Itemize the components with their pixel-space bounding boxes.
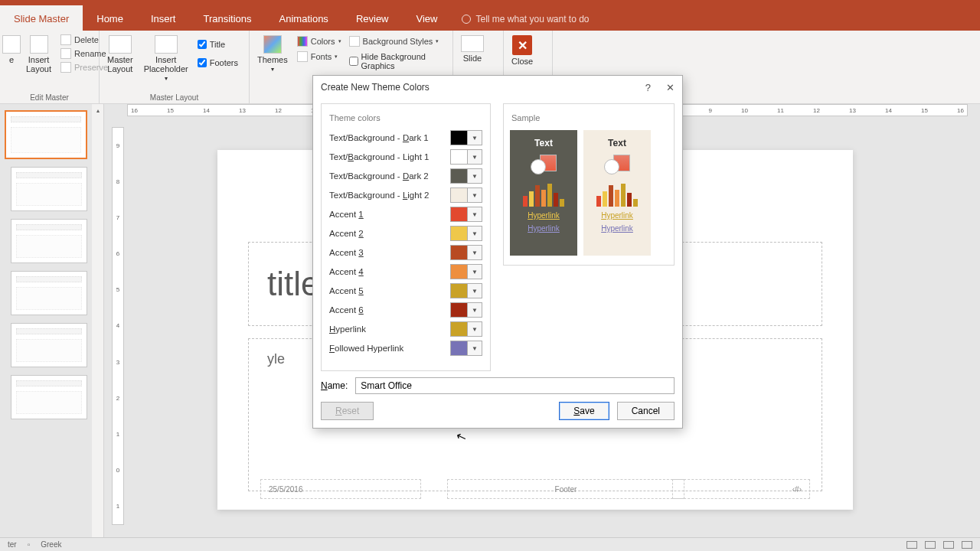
tab-slide-master[interactable]: Slide Master	[0, 5, 83, 31]
create-theme-colors-dialog: Create New Theme Colors ? ✕ Theme colors…	[312, 75, 683, 429]
color-row: Hyperlink ▼	[329, 321, 482, 337]
color-label: Text/Background - Dark 1	[329, 133, 429, 142]
color-label: Accent 2	[329, 229, 364, 238]
color-row: Accent 1 ▼	[329, 207, 482, 222]
chevron-down-icon: ▼	[468, 303, 482, 317]
color-label: Text/Background - Dark 2	[329, 171, 429, 181]
color-row: Accent 5 ▼	[329, 283, 482, 298]
color-picker-button[interactable]: ▼	[450, 187, 482, 203]
ribbon-tabs: Slide Master Home Insert Transitions Ani…	[0, 0, 980, 31]
color-row: Accent 2 ▼	[329, 226, 482, 241]
bg-styles-dropdown[interactable]: Background Styles ▾	[348, 35, 448, 47]
tell-me-label: Tell me what you want to do	[475, 14, 589, 24]
scroll-up-icon[interactable]: ▴	[92, 104, 104, 116]
color-label: Accent 6	[329, 305, 364, 315]
slide-number-placeholder[interactable]: ‹#›	[672, 479, 810, 499]
chevron-down-icon: ▼	[468, 131, 482, 145]
color-picker-button[interactable]: ▼	[450, 302, 482, 318]
layout-thumbnail[interactable]	[11, 375, 87, 419]
footers-checkbox[interactable]: Footers	[196, 57, 240, 69]
sample-light-card: Text Hyperlink Hyperlink	[583, 130, 651, 256]
layout-thumbnail[interactable]	[11, 219, 87, 263]
chevron-down-icon: ▼	[468, 284, 482, 298]
name-label: Name:	[321, 380, 348, 391]
normal-view-icon[interactable]	[906, 541, 917, 549]
master-layout-button[interactable]: Master Layout	[104, 34, 136, 75]
color-label: Text/Background - Light 2	[329, 191, 429, 200]
color-label: Followed Hyperlink	[329, 344, 403, 353]
help-icon[interactable]: ?	[645, 82, 651, 93]
color-row: Text/Background - Light 1 ▼	[329, 149, 482, 165]
reading-view-icon[interactable]	[943, 541, 954, 549]
layout-thumbnail[interactable]	[11, 271, 87, 315]
chevron-down-icon: ▼	[468, 227, 482, 240]
sample-label: Sample	[511, 113, 668, 122]
chevron-down-icon: ▼	[468, 265, 482, 279]
chevron-down-icon: ▼	[468, 322, 482, 336]
master-thumbnail[interactable]	[5, 110, 87, 159]
group-edit-master: Edit Master	[0, 93, 99, 102]
date-placeholder[interactable]: 25/5/2016	[260, 479, 421, 499]
layout-thumbnail[interactable]	[11, 167, 87, 211]
slideshow-view-icon[interactable]	[962, 541, 972, 549]
footer-placeholder[interactable]: Footer	[447, 479, 684, 499]
status-language: Greek	[41, 540, 61, 549]
color-row: Accent 3 ▼	[329, 245, 482, 260]
tell-me[interactable]: Tell me what you want to do	[451, 8, 599, 31]
chevron-down-icon: ▼	[468, 341, 482, 355]
tab-home[interactable]: Home	[83, 5, 137, 31]
color-picker-button[interactable]: ▼	[450, 168, 482, 184]
color-row: Accent 4 ▼	[329, 264, 482, 279]
chevron-down-icon: ▼	[468, 246, 482, 259]
title-checkbox[interactable]: Title	[196, 38, 240, 51]
close-icon: ✕	[512, 35, 532, 55]
fonts-dropdown[interactable]: Fonts ▾	[296, 51, 343, 63]
color-picker-button[interactable]: ▼	[450, 226, 482, 241]
cut-slide-button[interactable]: e	[5, 34, 18, 66]
sample-panel: Sample Text Hyperlink Hyperlink Text Hyp…	[503, 103, 675, 266]
dialog-title: Create New Theme Colors	[321, 82, 430, 93]
close-master-button[interactable]: ✕Close	[508, 34, 536, 67]
tab-animations[interactable]: Animations	[266, 5, 342, 31]
thumbnail-scrollbar[interactable]: ▴	[92, 104, 104, 537]
color-label: Accent 3	[329, 248, 364, 257]
status-bar: ter ▫ Greek	[0, 537, 980, 551]
color-picker-button[interactable]: ▼	[450, 341, 482, 356]
chevron-down-icon: ▼	[468, 169, 482, 183]
insert-layout-button[interactable]: Insert Layout	[23, 34, 54, 75]
close-icon[interactable]: ✕	[666, 82, 675, 93]
save-button[interactable]: Save	[559, 402, 609, 420]
lightbulb-icon	[462, 15, 471, 24]
tab-transitions[interactable]: Transitions	[189, 5, 265, 31]
color-row: Followed Hyperlink ▼	[329, 341, 482, 356]
chevron-down-icon: ▼	[468, 207, 482, 221]
color-label: Accent 1	[329, 210, 364, 219]
color-picker-button[interactable]: ▼	[450, 130, 482, 145]
reset-button[interactable]: Reset	[321, 402, 374, 420]
themes-button[interactable]: Themes▾	[254, 34, 291, 74]
color-picker-button[interactable]: ▼	[450, 264, 482, 279]
tab-review[interactable]: Review	[342, 5, 403, 31]
status-divider-icon: ▫	[28, 540, 31, 549]
color-row: Text/Background - Light 2 ▼	[329, 187, 482, 203]
sorter-view-icon[interactable]	[925, 541, 936, 549]
color-picker-button[interactable]: ▼	[450, 207, 482, 222]
tab-view[interactable]: View	[403, 5, 452, 31]
color-picker-button[interactable]: ▼	[450, 283, 482, 298]
color-picker-button[interactable]: ▼	[450, 245, 482, 260]
color-picker-button[interactable]: ▼	[450, 321, 482, 337]
cancel-button[interactable]: Cancel	[617, 402, 675, 420]
theme-colors-label: Theme colors	[329, 113, 484, 122]
theme-name-input[interactable]	[355, 377, 675, 394]
sample-dark-card: Text Hyperlink Hyperlink	[510, 130, 577, 256]
color-label: Accent 5	[329, 286, 364, 295]
color-row: Accent 6 ▼	[329, 302, 482, 318]
insert-placeholder-button[interactable]: Insert Placeholder▾	[141, 34, 191, 83]
tab-insert[interactable]: Insert	[137, 5, 190, 31]
hide-bg-checkbox[interactable]: Hide Background Graphics	[348, 51, 448, 72]
color-picker-button[interactable]: ▼	[450, 149, 482, 165]
layout-thumbnail[interactable]	[11, 323, 87, 367]
colors-dropdown[interactable]: Colors ▾	[296, 35, 343, 47]
slide-size-button[interactable]: Slide	[458, 34, 487, 64]
color-row: Text/Background - Dark 1 ▼	[329, 130, 482, 145]
